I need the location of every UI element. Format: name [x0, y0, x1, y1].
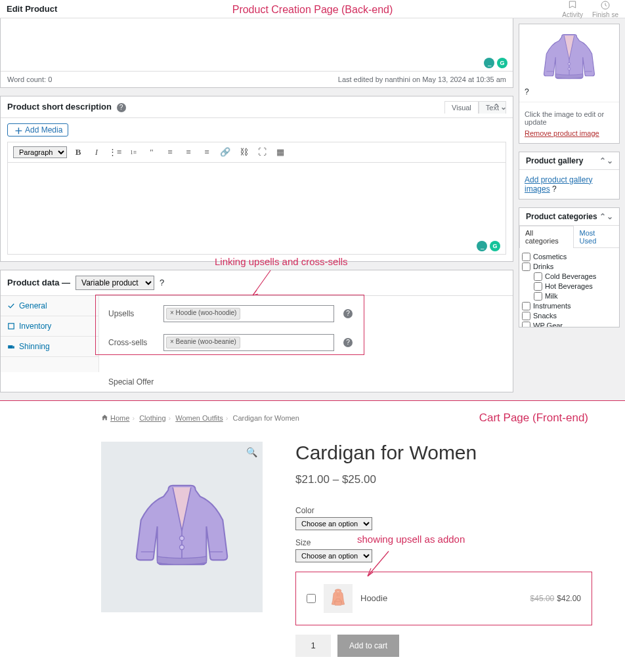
fullscreen-icon[interactable]: ⛶	[255, 145, 269, 159]
cat-tab-most-used[interactable]: Most Used	[574, 226, 619, 247]
svg-rect-4	[9, 323, 14, 328]
special-offer-label: Special Offer	[1, 372, 513, 392]
tab-shipping[interactable]: Shinning	[1, 337, 98, 357]
annotation-addon: showing upsell as addon	[357, 534, 465, 545]
bc-home[interactable]: Home	[110, 414, 129, 422]
color-select[interactable]: Choose an option	[295, 517, 372, 530]
product-price: $21.00 – $25.00	[295, 473, 592, 486]
upsells-input[interactable]: × Hoodie (woo-hoodie)	[163, 305, 334, 322]
help-icon[interactable]: ?	[160, 278, 164, 287]
cross-sells-input[interactable]: × Beanie (woo-beanie)	[163, 334, 334, 351]
page-title: Edit Product	[7, 4, 57, 14]
align-right-icon[interactable]: ≡	[200, 145, 214, 159]
cat-drinks[interactable]: Drinks	[522, 262, 616, 272]
collapse-toggle[interactable]	[493, 102, 506, 112]
last-edited: Last edited by nanthini on May 13, 2024 …	[338, 75, 506, 83]
word-count: Word count: 0	[7, 75, 52, 83]
italic-icon[interactable]: I	[89, 145, 104, 159]
bc-current: Cardigan for Women	[233, 414, 299, 422]
location-badge-icon[interactable]: ⎯	[484, 58, 494, 68]
activity-button[interactable]: Activity	[562, 0, 583, 18]
editor-toolbar: Paragraph B I ⋮≡ 1≡ " ≡ ≡ ≡ 🔗 ⛓ ⛶ ▦	[7, 142, 506, 163]
cat-wp-gear[interactable]: WP Gear	[522, 321, 616, 327]
location-badge-icon[interactable]: ⎯	[477, 241, 487, 251]
addon-name: Hoodie	[360, 593, 523, 603]
svg-rect-5	[8, 345, 12, 348]
addon-thumb	[324, 584, 353, 613]
add-to-cart-button[interactable]: Add to cart	[337, 635, 399, 657]
format-select[interactable]: Paragraph	[13, 146, 67, 158]
unlink-icon[interactable]: ⛓	[236, 145, 251, 159]
quote-icon[interactable]: "	[144, 145, 159, 159]
tab-inventory[interactable]: Inventory	[1, 316, 98, 337]
addon-checkbox[interactable]	[307, 594, 316, 603]
editor-textarea[interactable]: ⎯ G	[7, 163, 506, 255]
zoom-icon[interactable]: 🔍	[246, 447, 257, 457]
grammarly-icon[interactable]: G	[490, 241, 500, 251]
cat-tab-all[interactable]: All categories	[519, 226, 574, 248]
product-title: Cardigan for Women	[295, 442, 592, 464]
cat-cosmetics[interactable]: Cosmetics	[522, 252, 616, 262]
bold-icon[interactable]: B	[71, 145, 85, 159]
bc-women-outfits[interactable]: Women Outfits	[175, 414, 223, 422]
upsells-label: Upsells	[108, 309, 154, 318]
link-icon[interactable]: 🔗	[218, 145, 232, 159]
addon-old-price: $45.00	[530, 594, 555, 603]
grammarly-icon[interactable]: G	[497, 58, 507, 68]
product-data-title: Product data —	[7, 278, 70, 287]
help-icon[interactable]: ?	[525, 87, 529, 96]
align-center-icon[interactable]: ≡	[181, 145, 196, 159]
remove-image-link[interactable]: Remove product image	[525, 129, 599, 137]
quantity-input[interactable]: 1	[295, 635, 331, 657]
cat-cold-beverages[interactable]: Cold Beverages	[522, 272, 616, 282]
help-icon[interactable]: ?	[343, 309, 353, 318]
tab-general[interactable]: General	[1, 296, 98, 316]
home-icon	[101, 414, 108, 421]
gallery-title: Product gallery	[526, 156, 583, 165]
add-media-button[interactable]: Add Media	[7, 123, 68, 136]
help-icon[interactable]: ?	[552, 184, 557, 194]
annotation-linking: Linking upsells and cross-sells	[215, 256, 348, 267]
tab-visual[interactable]: Visual	[444, 101, 479, 114]
short-desc-title: Product short description	[7, 102, 112, 112]
align-left-icon[interactable]: ≡	[163, 145, 177, 159]
collapse-toggle[interactable]	[599, 156, 613, 165]
bullet-list-icon[interactable]: ⋮≡	[108, 145, 122, 159]
annotation-frontend: Cart Page (Front-end)	[479, 411, 588, 425]
help-icon[interactable]: ?	[343, 338, 353, 347]
cat-milk[interactable]: Milk	[522, 291, 616, 301]
bc-clothing[interactable]: Clothing	[139, 414, 165, 422]
categories-title: Product categories	[526, 212, 597, 221]
annotation-backend: Product Creation Page (Back-end)	[232, 4, 393, 16]
product-main-image[interactable]: 🔍	[101, 442, 263, 612]
upsell-token[interactable]: × Hoodie (woo-hoodie)	[166, 308, 240, 320]
add-gallery-link[interactable]: Add product gallery images	[525, 175, 592, 194]
cat-instruments[interactable]: Instruments	[522, 301, 616, 311]
color-label: Color	[295, 506, 592, 515]
product-image[interactable]	[536, 30, 602, 85]
finish-setup-button[interactable]: Finish se	[592, 0, 618, 18]
image-hint: Click the image to edit or update	[525, 108, 614, 129]
product-type-select[interactable]: Variable product	[75, 276, 154, 290]
cross-sells-label: Cross-sells	[108, 338, 154, 347]
help-icon[interactable]: ?	[117, 103, 126, 112]
cat-snacks[interactable]: Snacks	[522, 311, 616, 321]
addon-row: Hoodie $45.00$42.00	[295, 572, 592, 625]
collapse-toggle[interactable]	[599, 212, 613, 221]
cat-hot-beverages[interactable]: Hot Beverages	[522, 282, 616, 291]
number-list-icon[interactable]: 1≡	[126, 145, 140, 159]
addon-new-price: $42.00	[557, 594, 581, 603]
more-icon[interactable]: ▦	[273, 145, 288, 159]
cross-sell-token[interactable]: × Beanie (woo-beanie)	[166, 337, 240, 348]
